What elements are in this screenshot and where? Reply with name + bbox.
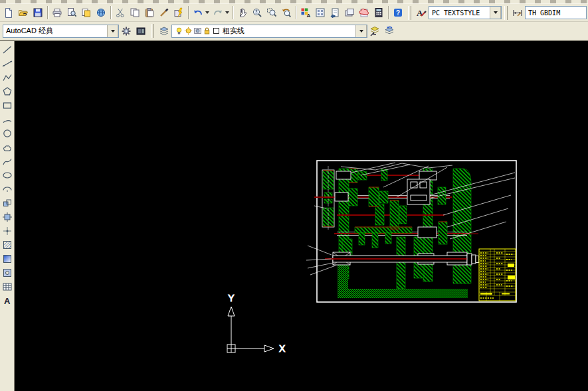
publish-button[interactable] <box>79 5 94 20</box>
layer-properties-manager-button[interactable] <box>157 24 171 39</box>
autocad-window: PC_TEXTSTYLE TH_GBDIM AutoCAD 经典 粗实线 <box>0 0 588 391</box>
dimension-style-icon <box>512 7 523 18</box>
polygon-button[interactable] <box>1 84 14 98</box>
undo-button[interactable] <box>191 5 205 20</box>
markup-set-manager-icon <box>359 7 369 18</box>
multiline-text-icon <box>2 295 13 306</box>
customize-user-interface-button[interactable] <box>134 24 148 39</box>
current-layer-name: 粗实线 <box>223 26 355 36</box>
cui-icon <box>136 26 146 37</box>
drawing-viewport[interactable]: Y X <box>15 41 588 391</box>
text-style-manager-button[interactable] <box>414 5 429 20</box>
circle-button[interactable] <box>1 126 14 140</box>
sheet-set-manager-button[interactable] <box>342 5 357 20</box>
ucs-x-label: X <box>279 343 286 354</box>
plot-preview-button[interactable] <box>64 5 79 20</box>
copy-button[interactable] <box>128 5 142 20</box>
save-button[interactable] <box>31 5 45 20</box>
ellipse-button[interactable] <box>1 168 14 182</box>
hatch-button[interactable] <box>1 238 14 252</box>
redo-button[interactable] <box>211 5 225 20</box>
text-style-icon <box>416 7 427 18</box>
zoom-previous-button[interactable] <box>279 5 294 20</box>
drawing-canvas[interactable]: Y X <box>15 41 588 391</box>
text-style-combo[interactable]: PC_TEXTSTYLE <box>429 6 502 19</box>
rectangle-icon <box>2 100 13 111</box>
lock-icon <box>203 27 211 35</box>
layer-previous-button[interactable] <box>382 24 397 39</box>
workspace-dropdown-arrow[interactable] <box>107 25 118 38</box>
zoom-realtime-button[interactable] <box>250 5 264 20</box>
cut-button[interactable] <box>113 5 128 20</box>
toolbar-separator <box>188 6 189 19</box>
help-icon <box>393 7 403 18</box>
construction-line-button[interactable] <box>1 56 14 70</box>
sheet-set-manager-icon <box>344 7 355 18</box>
workspace-settings-button[interactable] <box>119 24 134 39</box>
plot-button[interactable] <box>50 5 64 20</box>
table-button[interactable] <box>1 279 14 293</box>
markup-set-manager-button[interactable] <box>357 5 371 20</box>
layer-dropdown-arrow[interactable] <box>355 25 367 38</box>
block-editor-button[interactable] <box>171 5 186 20</box>
workspace-value: AutoCAD 经典 <box>6 26 107 36</box>
revision-cloud-button[interactable] <box>1 140 14 154</box>
zoom-window-button[interactable] <box>264 5 279 20</box>
redo-dropdown-arrow[interactable] <box>225 11 229 14</box>
undo-dropdown-arrow[interactable] <box>205 11 209 14</box>
designcenter-button[interactable] <box>313 5 328 20</box>
rectangle-button[interactable] <box>1 98 14 112</box>
arc-button[interactable] <box>1 112 14 126</box>
etransmit-icon <box>96 7 106 18</box>
undo-icon <box>193 7 203 18</box>
plot-preview-icon <box>66 7 77 18</box>
point-button[interactable] <box>1 224 14 238</box>
region-button[interactable] <box>1 266 14 279</box>
pan-button[interactable] <box>235 5 250 20</box>
toolbar-grip[interactable] <box>151 24 154 38</box>
insert-block-button[interactable] <box>1 196 14 210</box>
toolbar-separator <box>47 6 48 19</box>
workspace-combo[interactable]: AutoCAD 经典 <box>3 25 119 38</box>
parts-list-table[interactable] <box>479 249 516 301</box>
revision-cloud-icon <box>2 142 13 153</box>
gearbox-assembly-drawing[interactable] <box>306 161 516 302</box>
help-button[interactable] <box>391 5 405 20</box>
properties-button[interactable] <box>298 5 313 20</box>
make-object-layer-current-button[interactable] <box>367 24 382 39</box>
quickcalc-button[interactable] <box>371 5 386 20</box>
plot-icon <box>52 7 62 18</box>
make-block-button[interactable] <box>1 210 14 224</box>
text-style-dropdown-arrow[interactable] <box>490 6 501 19</box>
redo-icon <box>213 7 223 18</box>
viewport-freeze-icon <box>193 27 202 35</box>
layer-combo[interactable]: 粗实线 <box>171 25 367 38</box>
toolbar-grip[interactable] <box>408 6 411 20</box>
polyline-button[interactable] <box>1 70 14 84</box>
multiline-text-button[interactable] <box>1 293 14 307</box>
etransmit-button[interactable] <box>94 5 108 20</box>
arc-icon <box>2 114 13 125</box>
pan-icon <box>237 7 248 18</box>
pulley <box>322 166 334 231</box>
spline-button[interactable] <box>1 154 14 168</box>
match-properties-button[interactable] <box>157 5 171 20</box>
make-block-icon <box>2 212 13 222</box>
save-icon <box>33 7 43 18</box>
construction-line-icon <box>2 58 13 69</box>
paste-icon <box>144 7 155 18</box>
polygon-icon <box>2 86 13 97</box>
ellipse-arc-button[interactable] <box>1 182 14 196</box>
gradient-button[interactable] <box>1 252 14 266</box>
dimension-style-manager-button[interactable] <box>510 5 525 20</box>
open-button[interactable] <box>16 5 31 20</box>
line-button[interactable] <box>1 42 14 56</box>
new-button[interactable] <box>1 5 16 20</box>
circle-icon <box>2 128 13 139</box>
paste-button[interactable] <box>142 5 157 20</box>
tool-palettes-icon <box>330 7 340 18</box>
tool-palettes-button[interactable] <box>328 5 342 20</box>
dimension-style-combo[interactable]: TH_GBDIM <box>525 6 587 19</box>
ellipse-icon <box>2 170 13 181</box>
toolbar-grip[interactable] <box>504 6 508 20</box>
